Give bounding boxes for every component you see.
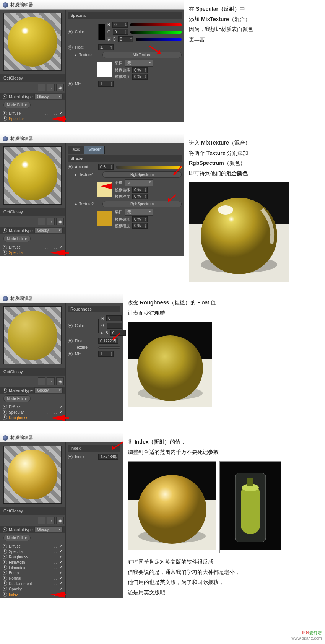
group-header: Specular (68, 12, 182, 19)
svg-rect-33 (247, 478, 253, 486)
render-preview-glossy (189, 182, 325, 282)
arrow-left-icon[interactable]: ← (38, 84, 46, 91)
material-editor-panel-3: 材质编辑器 OctGlossy ←→◉ Material typeGlossy … (0, 294, 123, 421)
red-arrow-icon (147, 44, 162, 55)
target-icon[interactable]: ◉ (56, 218, 64, 225)
r-slider[interactable] (130, 23, 182, 26)
target-icon[interactable]: ◉ (56, 84, 64, 91)
b-field[interactable]: 0 (118, 36, 133, 42)
texture-swatch[interactable] (97, 62, 112, 77)
mix-field[interactable]: 1. (98, 81, 114, 87)
g-slider[interactable] (130, 31, 182, 34)
g-field[interactable]: 0 (113, 29, 128, 35)
annotation-3: 改变 Roughness（粗糙）的 Float 值 让表面变得粗糙 (128, 294, 325, 407)
arrow-left-icon[interactable]: ← (38, 218, 46, 225)
app-icon (3, 136, 8, 141)
app-icon (3, 2, 8, 8)
titlebar: 材质编辑器 (0, 0, 184, 10)
index-field[interactable]: 4.571848 (98, 454, 118, 460)
red-arrow-icon (172, 166, 183, 177)
texture-button[interactable]: MixTexture (102, 52, 182, 58)
r-field[interactable]: 0 (112, 22, 128, 28)
annotation-4: 将 Index（折射）的值， 调整到合适的范围内千万不要死记参数 有些同学肯定对… (128, 433, 325, 597)
render-preview-gold (128, 461, 216, 553)
titlebar: 材质编辑器 (0, 134, 184, 143)
material-editor-panel-2: 材质编辑器 OctGlossy ←→◉ Material typeGlossy … (0, 134, 184, 256)
channel-list: Diffuse. . . . . .✔ Specular. . . . .✔ (0, 110, 65, 122)
red-arrow-icon (110, 441, 125, 451)
render-preview-bottle (219, 461, 281, 553)
red-arrow-icon (50, 414, 69, 422)
app-icon (3, 296, 8, 301)
material-type-label: Material type (9, 94, 33, 99)
svg-marker-6 (101, 183, 112, 189)
red-arrow-icon (101, 182, 116, 190)
annotation-1: 在 Specular（反射）中 添加 MixTexture（混合） 因为，我想让… (189, 0, 325, 44)
node-editor-button[interactable]: Node Editor (3, 102, 31, 108)
svg-point-13 (201, 198, 277, 274)
color-swatch[interactable] (98, 24, 105, 40)
red-arrow-icon (166, 194, 178, 203)
material-preview (3, 446, 62, 504)
svg-marker-3 (50, 250, 69, 256)
window-title: 材质编辑器 (10, 2, 33, 8)
material-editor-panel-4: 材质编辑器 OctGlossy ←→◉ Material typeGlossy … (0, 433, 123, 598)
app-icon (3, 435, 8, 441)
svg-point-28 (138, 475, 206, 544)
tab-basic[interactable]: 基本 (68, 146, 84, 154)
texture1-button[interactable]: RgbSpectrum (102, 171, 182, 178)
red-arrow-icon (111, 332, 122, 341)
render-preview-rough (128, 322, 325, 407)
tab-shader[interactable]: Shader (84, 146, 105, 154)
svg-marker-15 (50, 415, 69, 421)
float-field[interactable]: 1. (98, 44, 114, 50)
annotation-2: 进入 MixTexture（混合） 将两个 Texture 分别添加 RgbSp… (189, 134, 325, 282)
svg-rect-31 (241, 485, 260, 534)
red-arrow-icon (50, 249, 69, 257)
material-editor-panel-1: 材质编辑器 OctGlossy ← → ◉ Material type Glos… (0, 0, 184, 122)
svg-point-21 (137, 335, 203, 401)
channel-radio[interactable] (3, 111, 7, 115)
b-slider[interactable] (136, 38, 182, 41)
material-type-dropdown[interactable]: Glossy (34, 94, 63, 99)
texture2-swatch[interactable] (97, 211, 112, 226)
material-type-radio[interactable] (3, 94, 7, 99)
material-preview (3, 146, 62, 205)
channel-radio[interactable] (3, 116, 7, 121)
arrow-right-icon[interactable]: → (47, 218, 55, 225)
arrow-right-icon[interactable]: → (47, 84, 55, 91)
amount-field[interactable]: 0.5 (98, 164, 114, 170)
material-name[interactable]: OctGlossy (0, 74, 65, 82)
material-preview (3, 306, 62, 364)
svg-point-14 (218, 205, 233, 215)
material-preview (3, 13, 62, 71)
